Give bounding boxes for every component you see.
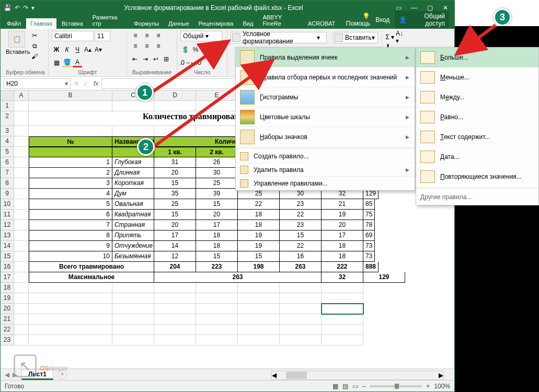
cf-date[interactable]: Дата...Дата... [416, 147, 538, 167]
tab-layout[interactable]: Разметка стр [88, 12, 129, 29]
cf-new-rule[interactable]: Создать правило... [236, 149, 415, 163]
decrease-font-icon[interactable]: A▾ [94, 45, 103, 54]
tab-insert[interactable]: Вставка [58, 18, 87, 29]
increase-font-icon[interactable]: A▴ [83, 45, 93, 54]
cf-icon-sets[interactable]: Наборы значковНаборы значков▶ [236, 127, 415, 147]
font-select[interactable]: Calibri [52, 31, 94, 41]
chevron-down-icon[interactable]: ▾ [65, 80, 68, 87]
align-left-icon[interactable]: ≡ [130, 41, 141, 51]
cf-between[interactable]: Между...Между... [416, 87, 538, 107]
tab-review[interactable]: Рецензирова [194, 18, 238, 29]
view-break-icon[interactable]: ▭ [352, 383, 358, 390]
font-color-icon[interactable]: A [73, 58, 82, 67]
cf-top-bottom-rules[interactable]: Правила отбора первых и последних значен… [236, 67, 415, 87]
bold-icon[interactable]: Ж [52, 45, 61, 54]
fill-color-icon[interactable]: 🪣 [62, 58, 72, 67]
cf-more-rules[interactable]: Другие правила... [416, 189, 538, 205]
tab-home[interactable]: Главная [26, 18, 56, 29]
cf-duplicates[interactable]: Повторяющиеся значения...Повторяющиеся з… [416, 167, 538, 187]
decrease-indent-icon[interactable]: ⇤ [130, 54, 140, 64]
enter-fx-icon[interactable]: ✓ [81, 80, 90, 87]
clipboard-group-label: Буфер обмена [6, 69, 45, 76]
cell[interactable] [196, 101, 238, 111]
row-head[interactable]: 3 [1, 126, 14, 136]
align-top-icon[interactable]: ≡ [130, 31, 141, 40]
cell[interactable] [14, 101, 29, 111]
cf-manage-rules[interactable]: Управление правилами... [236, 177, 415, 190]
cf-equal-to[interactable]: Равно...Равно... [416, 107, 538, 127]
increase-indent-icon[interactable]: ⇥ [141, 54, 150, 64]
zoom-slider[interactable] [370, 385, 422, 387]
cf-text-contains[interactable]: Текст содержит...Текст содержит... [416, 127, 538, 147]
autosum-icon[interactable]: Σ ▾ [385, 32, 395, 42]
format-painter-icon[interactable]: 🖌 [30, 52, 39, 61]
cf-greater-than[interactable]: Больше...Больше... [416, 48, 538, 67]
undo-icon[interactable]: ↶ [15, 4, 20, 11]
conditional-formatting-button[interactable]: Условное форматирование ▾ [231, 32, 327, 43]
col-head-B[interactable]: B [29, 90, 112, 100]
save-icon[interactable]: 💾 [4, 4, 12, 11]
cut-icon[interactable]: ✂ [30, 31, 39, 40]
tab-formulas[interactable]: Формулы [130, 18, 163, 29]
cell[interactable] [29, 101, 112, 111]
merge-icon[interactable]: ⊞ [162, 54, 171, 64]
align-middle-icon[interactable]: ≡ [142, 31, 152, 40]
sheet-prev-icon[interactable]: ◀ [5, 371, 9, 378]
qat-more-icon[interactable]: ▾ [31, 4, 35, 11]
align-bottom-icon[interactable]: ≡ [153, 31, 164, 40]
inc-decimals-icon[interactable]: .0→ [180, 58, 190, 67]
paste-button[interactable]: 📋 Вставить [6, 31, 28, 55]
hscroll[interactable]: ◀▶ [271, 371, 444, 380]
select-all[interactable] [1, 90, 14, 100]
cf-data-bars[interactable]: ГГистограммыистограммы▶ [236, 87, 415, 107]
currency-icon[interactable]: 💲 [180, 45, 190, 54]
cf-less-than[interactable]: Меньше...Меньше... [416, 67, 538, 87]
tab-acrobat[interactable]: ACROBAT [304, 18, 339, 29]
view-layout-icon[interactable]: ▤ [342, 383, 348, 390]
align-right-icon[interactable]: ≡ [153, 41, 164, 51]
zoom-in-icon[interactable]: + [426, 383, 430, 390]
cell[interactable] [14, 126, 29, 136]
cell[interactable] [29, 126, 112, 136]
cell[interactable] [196, 126, 238, 136]
col-head-E[interactable]: E [196, 90, 238, 100]
view-normal-icon[interactable]: ▦ [332, 383, 338, 390]
cf-color-scales[interactable]: Цветовые шкалы▶ [236, 107, 415, 127]
cell[interactable] [112, 126, 154, 136]
dec-decimals-icon[interactable]: ←.0 [191, 58, 200, 67]
tab-abbyy[interactable]: ABBYY FineRe [258, 12, 303, 29]
tab-view[interactable]: Вид [238, 18, 257, 29]
sort-filter-icon[interactable]: A↓ ▾ [396, 32, 405, 42]
border-icon[interactable]: ▦ [52, 58, 61, 67]
cancel-fx-icon[interactable]: ✕ [72, 80, 81, 87]
zoom-out-icon[interactable]: – [362, 383, 366, 390]
cf-highlight-rules[interactable]: Правила выделения ячеек▶ [236, 48, 415, 67]
cf-clear-rules[interactable]: Удалить правила▶ [236, 163, 415, 177]
row-head[interactable]: 1 [1, 101, 14, 111]
sign-in[interactable]: Вход [375, 16, 389, 24]
fx-icon[interactable]: fx [90, 80, 101, 87]
align-center-icon[interactable]: ≡ [142, 41, 152, 51]
cell[interactable] [112, 101, 154, 111]
tell-me[interactable]: 💡 Помощь [340, 13, 370, 27]
thousands-icon[interactable]: 000 [201, 45, 211, 54]
share-button[interactable]: 👤 Общий доступ [395, 11, 449, 29]
redo-icon[interactable]: ↷ [23, 4, 28, 11]
cell[interactable] [154, 126, 196, 136]
col-head-D[interactable]: D [154, 90, 196, 100]
number-format-select[interactable]: Общий ▾ [180, 31, 222, 41]
cell[interactable] [154, 101, 196, 111]
tab-data[interactable]: Данные [164, 18, 193, 29]
italic-icon[interactable]: К [62, 45, 72, 54]
size-select[interactable]: 11 [95, 31, 110, 41]
underline-icon[interactable]: Ч [73, 45, 82, 54]
cells-insert-button[interactable]: Вставить ▾ [333, 32, 378, 43]
wrap-text-icon[interactable]: ↩ [151, 54, 160, 64]
percent-icon[interactable]: % [191, 45, 200, 54]
col-head-A[interactable]: A [14, 90, 29, 100]
name-box[interactable]: H20▾ [4, 78, 71, 89]
copy-icon[interactable]: ⧉ [30, 41, 39, 51]
tab-file[interactable]: Файл [3, 18, 25, 29]
zoom-level[interactable]: 100% [434, 383, 450, 390]
number-group-label: Число [180, 69, 224, 76]
